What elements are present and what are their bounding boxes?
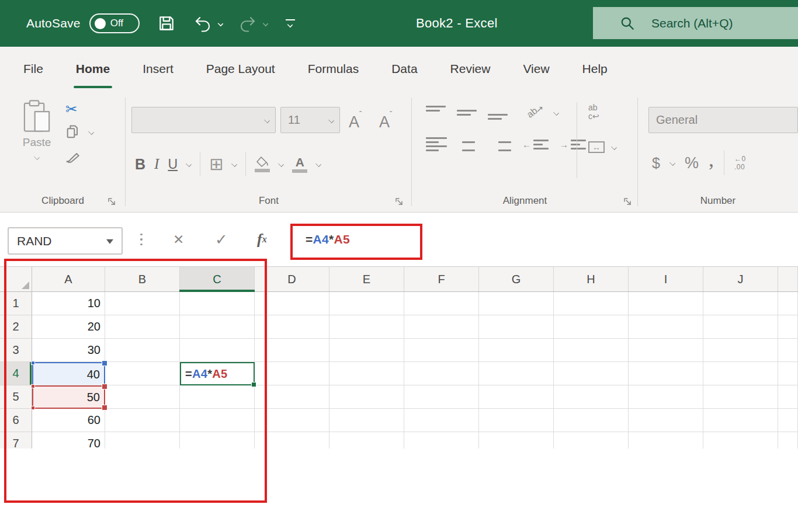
- cell-J7[interactable]: [703, 432, 778, 448]
- cell-partial4[interactable]: [778, 362, 798, 385]
- fill-handle-icon[interactable]: [251, 382, 256, 387]
- column-header-d[interactable]: D: [255, 267, 329, 291]
- font-dialog-launcher[interactable]: [395, 197, 404, 206]
- column-header-a[interactable]: A: [32, 267, 105, 291]
- column-header-e[interactable]: E: [329, 267, 404, 291]
- cell-partial3[interactable]: [778, 339, 798, 362]
- cell-I4[interactable]: [629, 362, 703, 385]
- cell-D7[interactable]: [255, 432, 329, 448]
- chevron-down-icon[interactable]: [328, 117, 334, 123]
- cell-B7[interactable]: [105, 432, 180, 448]
- cell-partial2[interactable]: [778, 315, 798, 339]
- cell-H4[interactable]: [554, 362, 629, 385]
- underline-chevron-icon[interactable]: [186, 161, 192, 167]
- cell-A7[interactable]: 70: [32, 432, 105, 448]
- cell-E2[interactable]: [329, 315, 404, 339]
- cell-C1[interactable]: [180, 292, 255, 315]
- undo-button[interactable]: [193, 14, 223, 33]
- cell-C2[interactable]: [180, 315, 255, 339]
- cell-A1[interactable]: 10: [32, 292, 105, 315]
- cell-D5[interactable]: [255, 385, 329, 409]
- cell-F2[interactable]: [404, 315, 479, 339]
- copy-button[interactable]: [65, 124, 93, 140]
- paste-chevron-icon[interactable]: [34, 154, 40, 160]
- cell-H6[interactable]: [554, 409, 629, 432]
- font-name-combobox[interactable]: [131, 107, 276, 133]
- selection-handle-icon[interactable]: [102, 360, 107, 366]
- borders-chevron-icon[interactable]: [231, 161, 237, 167]
- cell-C7[interactable]: [180, 432, 255, 448]
- cell-I1[interactable]: [629, 292, 703, 315]
- align-bottom-button[interactable]: [488, 106, 508, 120]
- cell-I3[interactable]: [629, 339, 703, 362]
- cell-D6[interactable]: [255, 409, 329, 432]
- name-box-dropdown-icon[interactable]: [106, 239, 113, 244]
- column-header-i[interactable]: I: [629, 267, 703, 291]
- cell-C3[interactable]: [180, 339, 255, 362]
- column-header-j[interactable]: J: [703, 267, 778, 291]
- column-header-f[interactable]: F: [404, 267, 479, 291]
- tab-review[interactable]: Review: [434, 47, 507, 91]
- cell-C6[interactable]: [180, 409, 255, 432]
- number-format-combobox[interactable]: General: [648, 107, 798, 133]
- cell-H1[interactable]: [554, 292, 629, 315]
- borders-button[interactable]: ⊞: [209, 156, 223, 173]
- redo-chevron-icon[interactable]: [262, 20, 268, 26]
- increase-decimal-button[interactable]: ←0 .00: [734, 155, 746, 172]
- increase-indent-button[interactable]: →: [560, 140, 586, 149]
- alignment-dialog-launcher[interactable]: [623, 197, 632, 206]
- cell-J1[interactable]: [703, 292, 778, 315]
- bold-button[interactable]: B: [135, 156, 145, 173]
- fill-color-button[interactable]: [255, 156, 270, 172]
- cell-B3[interactable]: [105, 339, 180, 362]
- tab-formulas[interactable]: Formulas: [292, 47, 376, 91]
- align-top-button[interactable]: [426, 106, 446, 120]
- align-left-button[interactable]: [426, 137, 447, 151]
- cell-J2[interactable]: [703, 315, 778, 339]
- cell-D4[interactable]: [255, 362, 329, 385]
- cell-H7[interactable]: [554, 432, 629, 448]
- cell-B5[interactable]: [105, 385, 180, 409]
- tab-page-layout[interactable]: Page Layout: [190, 47, 292, 91]
- copy-chevron-icon[interactable]: [88, 129, 94, 135]
- column-header-h[interactable]: H: [554, 267, 629, 291]
- select-all-button[interactable]: [0, 267, 32, 291]
- cell-I7[interactable]: [629, 432, 703, 448]
- cut-icon[interactable]: ✂: [65, 102, 93, 116]
- undo-chevron-icon[interactable]: [217, 20, 223, 26]
- row-header-7[interactable]: 7: [0, 432, 32, 448]
- cell-F3[interactable]: [404, 339, 479, 362]
- cell-D1[interactable]: [255, 292, 329, 315]
- cell-G1[interactable]: [479, 292, 554, 315]
- search-input[interactable]: Search (Alt+Q): [593, 7, 798, 39]
- cell-H3[interactable]: [554, 339, 629, 362]
- customize-quick-access-toolbar-button[interactable]: [286, 19, 295, 27]
- autosave-toggle[interactable]: Off: [89, 13, 140, 33]
- column-header-b[interactable]: B: [105, 267, 180, 291]
- selection-handle-icon[interactable]: [102, 384, 107, 390]
- row-header-1[interactable]: 1: [0, 292, 32, 315]
- font-color-chevron-icon[interactable]: [315, 161, 321, 167]
- tab-home[interactable]: Home: [60, 47, 126, 91]
- cell-F7[interactable]: [404, 432, 479, 448]
- name-box[interactable]: RAND: [8, 227, 123, 255]
- cell-partial7[interactable]: [778, 432, 798, 448]
- orientation-button[interactable]: ab ↗: [527, 107, 558, 118]
- cell-G6[interactable]: [479, 409, 554, 432]
- cell-E7[interactable]: [329, 432, 404, 448]
- cell-I6[interactable]: [629, 409, 703, 432]
- chevron-down-icon[interactable]: [264, 117, 270, 123]
- decrease-font-size-button[interactable]: Aˇ: [379, 110, 392, 130]
- cell-B6[interactable]: [105, 409, 180, 432]
- cell-A2[interactable]: 20: [32, 315, 105, 339]
- cell-F6[interactable]: [404, 409, 479, 432]
- row-header-4[interactable]: 4: [0, 362, 32, 385]
- cell-G2[interactable]: [479, 315, 554, 339]
- percent-format-button[interactable]: %: [685, 154, 699, 172]
- cell-H5[interactable]: [554, 385, 629, 409]
- align-right-button[interactable]: [490, 137, 511, 151]
- cell-F4[interactable]: [404, 362, 479, 385]
- save-button[interactable]: [157, 14, 176, 33]
- cell-E4[interactable]: [329, 362, 404, 385]
- decrease-indent-button[interactable]: ←: [522, 140, 549, 149]
